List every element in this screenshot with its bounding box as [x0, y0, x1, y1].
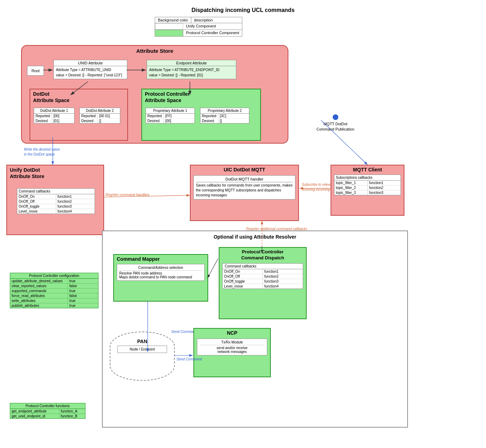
dd-attr2-desired-label: Desired — [80, 119, 97, 123]
pc-config-val-6: true — [68, 303, 98, 308]
dd-attr1-desired-row: Desired [01] — [34, 119, 74, 123]
pc-config-val-5: true — [68, 298, 98, 303]
attribute-store-title: Attribute Store — [22, 46, 288, 55]
dd-attr2-reported-val: [00 01] — [97, 114, 111, 118]
pc-config-key-2: clear_reported_values — [10, 284, 68, 288]
endpoint-line1: Attribute Type = ATTRIBUTE_ENDPOINT_ID — [149, 67, 234, 72]
dd-attr2-desired-row: Desired [] — [80, 119, 120, 123]
legend-desc-pc: Protocol Controller Component — [183, 30, 242, 36]
uic-mqtt-title: UIC DotDot MQTT — [191, 165, 298, 174]
pc-config-header: Protocol Controller configuration — [10, 273, 98, 279]
pc-cb-name-4: Level_move — [223, 284, 263, 289]
write-desired-label: Write the desired valuein the DotDot spa… — [24, 147, 60, 157]
pc-func-val-2: function_B — [59, 414, 85, 418]
write-desired-text: Write the desired valuein the DotDot spa… — [24, 147, 60, 156]
attribute-store-box: Attribute Store Root UNID Attribute Attr… — [21, 45, 288, 144]
dotdot-space-title-text: DotDotAttribute Space — [33, 91, 69, 103]
cmd-callbacks-header: Command callbacks — [17, 189, 95, 194]
pc-cb-row-4: Level_move function4 — [223, 284, 303, 289]
subs-filter-3: topic_filter_3 — [334, 190, 367, 195]
cmd-mapper-resolve: Resolve PAN node address — [119, 271, 202, 275]
dd-attr2-header: DotDot Attribute 2 — [80, 108, 120, 114]
pc-cmd-dispatch-callbacks: Command callbacks OnOff_On function1 OnO… — [222, 263, 303, 289]
endpoint-attr-header: Endpoint Attribute — [147, 60, 236, 66]
cb-func-2: function2 — [56, 199, 95, 204]
send-command-label: Send Command — [177, 357, 202, 361]
subs-row-2: topic_filter_2 function2 — [334, 185, 401, 190]
cb-row-1: OnOff_On function1 — [17, 194, 95, 199]
pc-config-key-5: write_attributes — [10, 298, 68, 303]
prop-attr1-desired-row: Desired [00] — [146, 119, 194, 123]
pc-config-row-5: write_attributes true — [10, 298, 98, 303]
register-handlers-text: Register command handlers — [105, 193, 149, 197]
cmd-mapper-maps: Maps dotdot command to PAN node command — [119, 275, 202, 279]
pc-cb-func-3: function3 — [263, 279, 303, 284]
unify-store-title-text: Unify DotDotAttribute Store — [10, 167, 44, 179]
unid-attr-header: UNID Attribute — [54, 60, 127, 66]
prop-attr1-reported-val: [FF] — [164, 114, 173, 118]
legend-col1: Background color — [155, 17, 191, 23]
prop-attr1-desired-val: [00] — [164, 119, 173, 123]
cb-row-4: Level_move function4 — [17, 209, 95, 214]
dotdot-space-box: DotDotAttribute Space DotDot Attribute 1… — [30, 89, 128, 141]
pan-box: PAN Node / Endpoint — [110, 332, 175, 381]
pc-func-row-2: get_unid_endpoint_id function_B — [10, 414, 85, 418]
pc-cb-name-2: OnOff_Off — [223, 274, 263, 279]
cb-row-3: OnOff_toggle function3 — [17, 204, 95, 209]
prop-attr2-reported-row: Reported [3C] — [200, 114, 249, 119]
pc-attr-space-box: Protocol ControllerAttribute Space Propr… — [141, 89, 261, 141]
subs-header: Subscriptions callbacks — [334, 175, 401, 181]
dd-attr1-box: DotDot Attribute 1 Reported [00] Desired… — [34, 108, 75, 124]
pc-config-table: Protocol Controller configuration update… — [10, 273, 98, 308]
mqtt-client-box: MQTT Client Subscriptions callbacks topi… — [331, 165, 404, 216]
root-label: Root — [31, 69, 39, 73]
subs-func-1: function1 — [367, 181, 401, 185]
dd-attr2-desired-val: [] — [97, 119, 103, 123]
pan-inner: Node / Endpoint — [117, 346, 167, 353]
cb-func-4: function4 — [56, 209, 95, 214]
cb-row-2: OnOff_Off function2 — [17, 199, 95, 204]
mqtt-dotdot-section: MQTT DotDotCommand Publication — [316, 114, 354, 132]
cmd-callbacks-table: Command callbacks OnOff_On function1 OnO… — [17, 188, 95, 214]
legend-color-pc — [155, 30, 183, 36]
pc-config-row-6: publish_attributes true — [10, 303, 98, 308]
uic-mqtt-box: UIC DotDot MQTT DotDot MQTT handler Save… — [190, 165, 299, 221]
pc-config-val-1: true — [68, 279, 98, 283]
pc-func-val-1: function_A — [59, 409, 85, 414]
prop-attr1-reported-label: Reported — [146, 114, 164, 118]
subscriptions-table: Subscriptions callbacks topic_filter_1 f… — [334, 175, 401, 195]
cmd-mapper-inner: Command/Address selection Resolve PAN no… — [117, 264, 205, 281]
prop-attr1-desired-label: Desired — [146, 119, 164, 123]
prop-attr1-reported-row: Reported [FF] — [146, 114, 194, 119]
unify-store-box: Unify DotDotAttribute Store Command call… — [6, 165, 104, 235]
pan-node-label: Node / Endpoint — [130, 347, 155, 351]
dd-attr2-box: DotDot Attribute 2 Reported [00 01] Desi… — [79, 108, 120, 124]
pc-func-header: Protocol Controller functions — [10, 403, 85, 409]
dotdot-handler-box: DotDot MQTT handler Saves callbacks for … — [193, 175, 295, 200]
dd-attr2-reported-label: Reported — [80, 114, 97, 118]
prop-attr1-box: Proprietary Attribute 1 Reported [FF] De… — [146, 108, 195, 124]
dotdot-space-title: DotDotAttribute Space — [30, 89, 127, 105]
pc-cmd-dispatch-box: Protocol ControllerCommand Dispatch Comm… — [219, 247, 307, 319]
endpoint-attr-box: Endpoint Attribute Attribute Type = ATTR… — [147, 60, 236, 79]
pc-config-row-3: supported_commands true — [10, 289, 98, 294]
cmd-mapper-inner-header: Command/Address selection — [119, 266, 202, 271]
cb-name-3: OnOff_toggle — [17, 204, 56, 209]
pc-func-row-1: get_endpoint_attribute function_A — [10, 409, 85, 414]
pc-cb-name-1: OnOff_On — [223, 269, 263, 274]
pc-cb-row-3: OnOff_toggle function3 — [223, 279, 303, 284]
pc-cb-func-4: function4 — [263, 284, 303, 289]
pc-func-key-1: get_endpoint_attribute — [10, 409, 59, 414]
dd-attr1-reported-val: [00] — [52, 114, 61, 118]
pc-config-val-2: false — [68, 284, 98, 288]
pc-config-key-4: force_read_attributes — [10, 294, 68, 298]
unify-store-title: Unify DotDotAttribute Store — [7, 165, 103, 181]
pc-cmd-dispatch-header: Command callbacks — [223, 264, 303, 269]
pc-config-val-4: false — [68, 294, 98, 298]
cb-name-1: OnOff_On — [17, 194, 56, 199]
dd-attr1-desired-val: [01] — [52, 119, 61, 123]
pc-func-key-2: get_unid_endpoint_id — [10, 414, 59, 418]
ncp-inner: Tx/Rx Module send and/or receivenetwork … — [197, 339, 267, 355]
mqtt-client-title: MQTT Client — [331, 165, 404, 174]
unid-line1: Attribute Type = ATTRIBUTE_UNID — [56, 67, 125, 72]
